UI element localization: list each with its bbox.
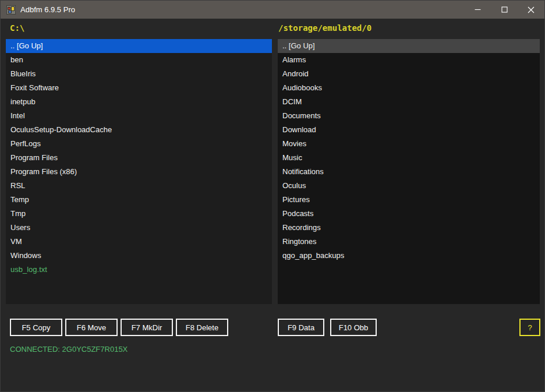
maximize-icon <box>501 6 508 13</box>
folder-row[interactable]: Podcasts <box>278 207 540 221</box>
app-icon <box>6 5 16 15</box>
folder-row[interactable]: Program Files <box>6 151 272 165</box>
folder-row[interactable]: BlueIris <box>6 67 272 81</box>
f10-obb-button[interactable]: F10 Obb <box>330 319 377 336</box>
folder-row[interactable]: Android <box>278 67 540 81</box>
folder-row[interactable]: Audiobooks <box>278 81 540 95</box>
folder-row[interactable]: PerfLogs <box>6 137 272 151</box>
folder-row[interactable]: RSL <box>6 179 272 193</box>
f5-copy-button[interactable]: F5 Copy <box>10 319 62 336</box>
title-bar: Adbfm 6.9.5 Pro <box>1 1 544 19</box>
f9-data-button[interactable]: F9 Data <box>278 319 324 336</box>
folder-row[interactable]: ben <box>6 53 272 67</box>
folder-row[interactable]: Ringtones <box>278 235 540 249</box>
app-window: Adbfm 6.9.5 Pro C:\ /storage/emulated/0 … <box>0 0 545 392</box>
f7-mkdir-button[interactable]: F7 MkDir <box>121 319 173 336</box>
folder-row[interactable]: OculusSetup-DownloadCache <box>6 123 272 137</box>
go-up-row[interactable]: .. [Go Up] <box>6 39 272 53</box>
folder-row[interactable]: Documents <box>278 109 540 123</box>
window-controls <box>464 1 544 19</box>
folder-row[interactable]: inetpub <box>6 95 272 109</box>
folder-row[interactable]: Oculus <box>278 179 540 193</box>
folder-row[interactable]: DCIM <box>278 95 540 109</box>
folder-row[interactable]: VM <box>6 235 272 249</box>
folder-row[interactable]: Tmp <box>6 207 272 221</box>
go-up-row[interactable]: .. [Go Up] <box>278 39 540 53</box>
folder-row[interactable]: Pictures <box>278 193 540 207</box>
minimize-button[interactable] <box>464 1 491 19</box>
folder-row[interactable]: Program Files (x86) <box>6 165 272 179</box>
right-path-label: /storage/emulated/0 <box>278 23 371 34</box>
folder-row[interactable]: Music <box>278 151 540 165</box>
connection-status: CONNECTED: 2G0YC5ZF7R015X <box>10 345 128 354</box>
app-icon-red-square <box>8 7 10 10</box>
f8-delete-button[interactable]: F8 Delete <box>176 319 228 336</box>
help-button[interactable]: ? <box>519 319 540 336</box>
left-path-label: C:\ <box>10 23 24 34</box>
f6-move-button[interactable]: F6 Move <box>65 319 118 336</box>
minimize-icon <box>475 6 481 13</box>
app-icon-blue-square <box>8 10 12 13</box>
folder-row[interactable]: Temp <box>6 193 272 207</box>
folder-row[interactable]: Alarms <box>278 53 540 67</box>
left-file-list[interactable]: .. [Go Up]benBlueIrisFoxit Softwareinetp… <box>6 39 272 304</box>
file-row[interactable]: usb_log.txt <box>6 263 272 277</box>
right-file-list[interactable]: .. [Go Up]AlarmsAndroidAudiobooksDCIMDoc… <box>278 39 540 304</box>
folder-row[interactable]: Foxit Software <box>6 81 272 95</box>
close-button[interactable] <box>518 1 544 19</box>
maximize-button[interactable] <box>491 1 518 19</box>
folder-row[interactable]: Intel <box>6 109 272 123</box>
window-title: Adbfm 6.9.5 Pro <box>20 5 75 14</box>
folder-row[interactable]: Windows <box>6 249 272 263</box>
close-icon <box>528 6 535 13</box>
folder-row[interactable]: Download <box>278 123 540 137</box>
folder-row[interactable]: Notifications <box>278 165 540 179</box>
folder-row[interactable]: Recordings <box>278 221 540 235</box>
folder-row[interactable]: Movies <box>278 137 540 151</box>
folder-row[interactable]: Users <box>6 221 272 235</box>
folder-row[interactable]: qgo_app_backups <box>278 249 540 263</box>
